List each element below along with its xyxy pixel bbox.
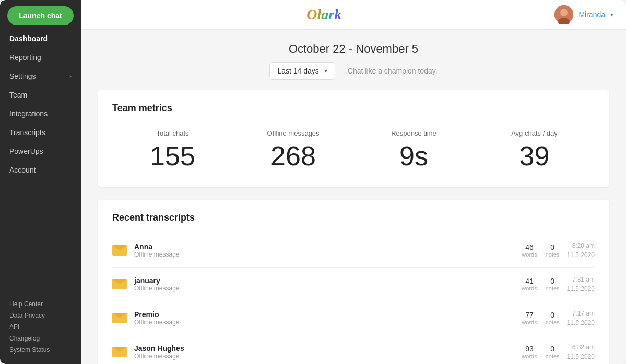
words-label: words bbox=[522, 285, 537, 292]
metric-offline-messages: Offline messages 268 bbox=[233, 124, 353, 175]
notes-stat: 0 notes bbox=[546, 345, 560, 359]
envelope-icon bbox=[112, 279, 127, 289]
transcript-info: Anna Offline message bbox=[134, 242, 514, 258]
notes-value: 0 bbox=[546, 345, 560, 353]
user-menu-chevron-icon: ▾ bbox=[610, 11, 613, 18]
transcript-time: 7:17 am 11.5.2020 bbox=[567, 309, 595, 327]
metrics-card: Team metrics Total chats 155 Offline mes… bbox=[98, 90, 609, 187]
transcript-row-premio[interactable]: Premio Offline message 77 words 0 notes … bbox=[112, 301, 595, 335]
user-menu[interactable]: Miranda ▾ bbox=[554, 5, 613, 24]
transcript-name: january bbox=[134, 276, 514, 285]
envelope-icon bbox=[112, 347, 127, 357]
words-stat: 93 words bbox=[522, 345, 537, 359]
metric-total-chats: Total chats 155 bbox=[112, 124, 233, 175]
transcript-row-january[interactable]: january Offline message 41 words 0 notes… bbox=[112, 268, 595, 301]
metric-value-total-chats: 155 bbox=[112, 142, 233, 169]
sidebar-item-label: Integrations bbox=[9, 110, 48, 118]
transcript-row-jason-hughes[interactable]: Jason Hughes Offline message 93 words 0 … bbox=[112, 335, 595, 364]
bottom-link-api[interactable]: API bbox=[0, 321, 81, 333]
transcript-time-value: 6:32 am bbox=[567, 343, 595, 352]
notes-label: notes bbox=[546, 285, 560, 292]
header: Olark Miranda ▾ bbox=[81, 0, 626, 30]
transcript-date-value: 11.5.2020 bbox=[567, 352, 595, 361]
transcript-date-value: 11.5.2020 bbox=[567, 250, 595, 260]
transcript-stats: 93 words 0 notes bbox=[522, 345, 559, 359]
notes-stat: 0 notes bbox=[546, 277, 560, 292]
envelope-icon bbox=[112, 313, 127, 323]
sidebar-item-account[interactable]: Account bbox=[0, 161, 81, 179]
bottom-link-help-center[interactable]: Help Center bbox=[0, 298, 81, 310]
notes-stat: 0 notes bbox=[546, 243, 560, 258]
transcripts-title: Recent transcripts bbox=[112, 212, 595, 223]
metric-label-total-chats: Total chats bbox=[112, 129, 233, 137]
avatar-image bbox=[554, 5, 573, 24]
main-content: Olark Miranda ▾ October 22 - November 5 … bbox=[81, 0, 626, 364]
sidebar-item-transcripts[interactable]: Transcripts bbox=[0, 123, 81, 142]
bottom-link-system-status[interactable]: System Status bbox=[0, 344, 81, 356]
sidebar-item-settings[interactable]: Settings› bbox=[0, 67, 81, 86]
notes-label: notes bbox=[546, 251, 560, 258]
words-stat: 41 words bbox=[522, 277, 537, 292]
transcript-name: Premio bbox=[134, 310, 514, 319]
transcript-date-value: 11.5.2020 bbox=[567, 318, 595, 327]
notes-stat: 0 notes bbox=[546, 311, 560, 325]
metrics-title: Team metrics bbox=[112, 103, 595, 114]
sidebar-item-dashboard[interactable]: Dashboard bbox=[0, 29, 81, 48]
sidebar-item-label: Dashboard bbox=[9, 34, 48, 43]
transcript-info: Premio Offline message bbox=[134, 310, 514, 326]
launch-chat-button[interactable]: Launch chat bbox=[7, 6, 74, 25]
sidebar-item-team[interactable]: Team bbox=[0, 86, 81, 104]
notes-label: notes bbox=[546, 353, 560, 359]
sidebar-item-integrations[interactable]: Integrations bbox=[0, 104, 81, 123]
transcript-type: Offline message bbox=[134, 251, 514, 258]
transcript-info: Jason Hughes Offline message bbox=[134, 344, 514, 360]
username-label: Miranda bbox=[578, 10, 605, 19]
transcript-time: 7:31 am 11.5.2020 bbox=[567, 275, 595, 294]
transcript-time-value: 8:20 am bbox=[567, 241, 595, 250]
metric-response-time: Response time 9s bbox=[353, 124, 474, 175]
metric-value-avg-chats-day: 39 bbox=[474, 142, 595, 169]
envelope-icon bbox=[112, 245, 127, 256]
metric-label-avg-chats-day: Avg chats / day bbox=[474, 129, 595, 137]
transcripts-list: Anna Offline message 46 words 0 notes 8:… bbox=[112, 234, 595, 364]
date-subtitle: Chat like a champion today. bbox=[348, 67, 438, 75]
sidebar-item-label: PowerUps bbox=[9, 147, 43, 155]
transcript-date-value: 11.5.2020 bbox=[567, 284, 595, 294]
date-range-dropdown[interactable]: Last 14 days ▾ bbox=[269, 62, 335, 80]
notes-value: 0 bbox=[546, 243, 560, 251]
sidebar-item-powerups[interactable]: PowerUps bbox=[0, 142, 81, 161]
avatar bbox=[554, 5, 573, 24]
notes-label: notes bbox=[546, 319, 560, 325]
words-value: 46 bbox=[522, 243, 537, 251]
date-range-dropdown-label: Last 14 days bbox=[277, 67, 318, 75]
sidebar: Launch chat DashboardReportingSettings›T… bbox=[0, 0, 81, 364]
transcript-name: Jason Hughes bbox=[134, 344, 514, 353]
sidebar-item-label: Team bbox=[9, 91, 27, 99]
transcripts-card: Recent transcripts Anna Offline message … bbox=[98, 200, 609, 364]
words-label: words bbox=[522, 251, 537, 258]
nav-menu: DashboardReportingSettings›TeamIntegrati… bbox=[0, 29, 81, 179]
words-value: 41 bbox=[522, 277, 537, 285]
metric-value-response-time: 9s bbox=[353, 142, 474, 169]
transcript-name: Anna bbox=[134, 242, 514, 251]
sidebar-bottom-links: Help CenterData PrivacyAPIChangelogSyste… bbox=[0, 298, 81, 364]
transcript-row-anna[interactable]: Anna Offline message 46 words 0 notes 8:… bbox=[112, 234, 595, 268]
metric-label-offline-messages: Offline messages bbox=[233, 129, 353, 137]
metric-avg-chats-day: Avg chats / day 39 bbox=[474, 124, 595, 175]
sidebar-item-reporting[interactable]: Reporting bbox=[0, 48, 81, 67]
transcript-time-value: 7:17 am bbox=[567, 309, 595, 318]
bottom-link-data-privacy[interactable]: Data Privacy bbox=[0, 310, 81, 321]
svg-point-1 bbox=[560, 9, 568, 16]
transcript-stats: 46 words 0 notes bbox=[522, 243, 559, 258]
bottom-link-changelog[interactable]: Changelog bbox=[0, 333, 81, 344]
metric-label-response-time: Response time bbox=[353, 129, 474, 137]
logo: Olark bbox=[306, 6, 341, 23]
transcript-time-value: 7:31 am bbox=[567, 275, 595, 284]
transcript-time: 6:32 am 11.5.2020 bbox=[567, 343, 595, 361]
notes-value: 0 bbox=[546, 277, 560, 285]
sidebar-item-label: Account bbox=[9, 166, 36, 174]
words-value: 77 bbox=[522, 311, 537, 319]
words-value: 93 bbox=[522, 345, 537, 353]
sidebar-item-label: Settings bbox=[9, 72, 36, 80]
sidebar-item-label: Reporting bbox=[9, 53, 41, 62]
